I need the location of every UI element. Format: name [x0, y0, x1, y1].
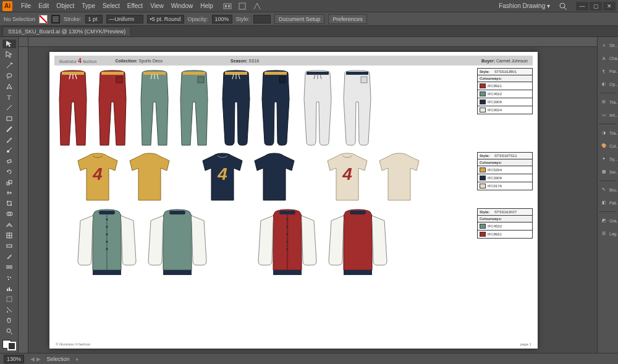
hand-tool[interactable] [2, 316, 16, 324]
type-tool[interactable]: T [2, 93, 16, 101]
svg-rect-56 [163, 270, 192, 275]
bridge-icon[interactable] [223, 2, 232, 11]
menu-object[interactable]: Object [53, 2, 78, 9]
width-tool[interactable] [2, 188, 16, 197]
artboard[interactable]: illustrator 4 fashion Collection: Sports… [49, 52, 538, 349]
ruler-origin[interactable] [19, 37, 28, 47]
stroke-swatch[interactable] [51, 15, 60, 23]
pen-tool[interactable] [2, 82, 16, 91]
svg-rect-57 [169, 211, 185, 214]
panel-paragraph[interactable]: ¶Par... [599, 66, 617, 77]
lasso-tool[interactable] [2, 72, 16, 80]
status-mode: Selection [47, 356, 70, 362]
rectangle-tool[interactable] [2, 114, 16, 122]
eyedropper-tool[interactable] [2, 252, 16, 261]
rotate-tool[interactable] [2, 167, 16, 176]
search-icon[interactable] [559, 2, 567, 11]
preferences-button[interactable]: Preferences [328, 14, 367, 24]
menu-view[interactable]: View [146, 2, 167, 9]
corner-field[interactable]: • 5 pt. Round [147, 15, 184, 23]
stock-icon[interactable] [238, 2, 247, 11]
canvas-area[interactable]: illustrator 4 fashion Collection: Sports… [19, 37, 597, 353]
selection-tool[interactable] [2, 40, 16, 48]
ruler-vertical[interactable] [19, 47, 28, 353]
panel-transform[interactable]: ⊞Tra... [599, 96, 617, 108]
fill-stroke-picker[interactable] [2, 340, 16, 350]
svg-point-53 [106, 234, 108, 235]
perspective-grid-tool[interactable] [2, 220, 16, 229]
title-bar: Ai File Edit Object Type Select Effect V… [0, 0, 618, 12]
column-graph-tool[interactable] [2, 284, 16, 293]
free-transform-tool[interactable] [2, 199, 16, 208]
arrange-icon[interactable] [253, 2, 261, 11]
stroke-color[interactable] [7, 342, 16, 350]
slice-tool[interactable] [2, 305, 16, 314]
paintbrush-tool[interactable] [2, 125, 16, 133]
direct-selection-tool[interactable] [2, 50, 16, 59]
menu-edit[interactable]: Edit [35, 2, 53, 9]
panel-color[interactable]: 🎨Col... [599, 140, 617, 151]
panel-pathfinder[interactable]: ◧Pat... [599, 197, 617, 208]
panel-artboards[interactable]: ▭Art... [599, 109, 617, 121]
style-info-2: Style: STSS16TS11 Colourways: IFC5294 IF… [477, 152, 533, 190]
opacity-field[interactable]: 100% [212, 15, 232, 23]
panel-dock: ≡Str... ACha... ¶Par... ◐Op... ⊞Tra... ▭… [597, 37, 618, 353]
mesh-tool[interactable] [2, 231, 16, 240]
menu-type[interactable]: Type [78, 2, 99, 9]
panel-transparency[interactable]: ◑Tra... [599, 127, 617, 138]
zoom-field[interactable]: 130% [4, 355, 24, 363]
blend-tool[interactable] [2, 263, 16, 271]
pants-grey [299, 68, 376, 148]
season-field: Season: SS16 [231, 59, 259, 63]
magic-wand-tool[interactable] [2, 61, 16, 69]
scale-tool[interactable] [2, 178, 16, 187]
panel-symbols[interactable]: ✦Sy... [599, 153, 617, 164]
pencil-tool[interactable] [2, 135, 16, 144]
symbol-sprayer-tool[interactable] [2, 273, 16, 282]
menu-effect[interactable]: Effect [124, 2, 146, 9]
menu-help[interactable]: Help [197, 2, 217, 9]
svg-rect-35 [116, 77, 122, 83]
svg-rect-1 [225, 5, 227, 7]
panel-swatches[interactable]: ▦Sw... [599, 166, 617, 177]
minimize-button[interactable]: — [576, 2, 588, 11]
zoom-tool[interactable] [2, 326, 16, 335]
panel-stroke[interactable]: ≡Str... [599, 40, 617, 51]
style-info-3: Style: STSS16JK07 Colourways: IFC4522 IF… [477, 208, 533, 239]
panel-character[interactable]: ACha... [599, 53, 617, 64]
jacket-teal [73, 208, 211, 282]
style-field[interactable] [253, 15, 271, 23]
svg-rect-27 [7, 289, 8, 291]
fill-swatch[interactable] [39, 15, 48, 23]
gradient-tool[interactable] [2, 242, 16, 250]
panel-layers[interactable]: ☰Lay... [599, 228, 617, 239]
panel-brushes[interactable]: ✎Bru... [599, 184, 617, 195]
ruler-horizontal[interactable] [28, 37, 597, 47]
menu-file[interactable]: File [17, 2, 35, 9]
svg-point-55 [106, 248, 108, 250]
document-setup-button[interactable]: Document Setup [274, 14, 324, 24]
panel-opacity[interactable]: ◐Op... [599, 78, 617, 90]
svg-rect-29 [11, 289, 12, 291]
shape-builder-tool[interactable] [2, 210, 16, 218]
eraser-tool[interactable] [2, 156, 16, 165]
line-tool[interactable] [2, 103, 16, 112]
panel-gradient[interactable]: ◩Gra... [599, 215, 617, 226]
workspace-switcher[interactable]: Fashion Drawing ▾ [494, 2, 555, 9]
document-tab[interactable]: SS16_SKU_Board.ai @ 130% (CMYK/Preview) [2, 27, 131, 36]
blob-brush-tool[interactable] [2, 146, 16, 154]
menu-select[interactable]: Select [99, 2, 124, 9]
tee-mustard: 4 [73, 152, 174, 205]
svg-point-14 [7, 201, 8, 202]
svg-rect-44 [361, 77, 367, 83]
stroke-profile-field[interactable]: — Uniform [106, 15, 143, 23]
stroke-weight-field[interactable]: 1 pt [85, 15, 103, 23]
app-icon: Ai [2, 1, 12, 11]
artboard-tool[interactable] [2, 295, 16, 303]
svg-point-62 [287, 226, 289, 228]
menu-window[interactable]: Window [167, 2, 197, 9]
svg-rect-40 [265, 72, 287, 75]
maximize-button[interactable]: ▢ [590, 2, 602, 11]
svg-rect-21 [7, 245, 12, 247]
close-button[interactable]: ✕ [603, 2, 616, 11]
